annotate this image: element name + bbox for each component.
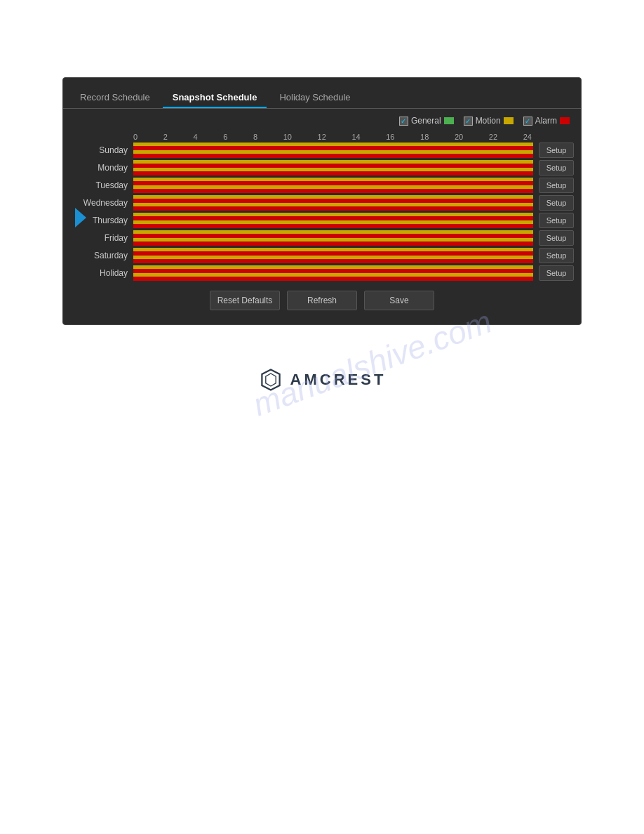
time-14: 14 [351,133,360,141]
bar-monday[interactable] [133,160,533,176]
row-saturday: Saturday Setup [70,248,574,263]
time-20: 20 [455,133,463,141]
main-panel: Record Schedule Snapshot Schedule Holida… [62,77,582,325]
row-tuesday: Tuesday Setup [70,178,574,193]
general-checkbox[interactable]: ✓ [399,117,408,126]
alarm-checkbox[interactable]: ✓ [523,117,532,126]
setup-tuesday[interactable]: Setup [539,178,574,193]
alarm-color [560,117,570,124]
time-8: 8 [253,133,257,141]
time-24: 24 [523,133,532,141]
bar-thursday[interactable] [133,213,533,228]
row-wednesday: Wednesday Setup [70,195,574,211]
motion-checkbox[interactable]: ✓ [464,117,473,126]
setup-monday[interactable]: Setup [539,160,574,176]
label-tuesday: Tuesday [70,180,133,190]
bar-holiday[interactable] [133,265,533,281]
row-friday: Friday Setup [70,230,574,246]
label-holiday: Holiday [70,268,133,278]
bar-wednesday[interactable] [133,195,533,211]
bottom-buttons: Reset Defaults Refresh Save [63,291,581,310]
legend: ✓ General ✓ Motion ✓ Alarm [63,109,581,130]
bar-sunday[interactable] [133,143,533,158]
setup-sunday[interactable]: Setup [539,143,574,158]
side-arrow[interactable] [75,208,86,227]
general-label: General [411,116,441,126]
label-saturday: Saturday [70,251,133,260]
amcrest-logo-text: AMCREST [290,371,387,389]
time-18: 18 [420,133,429,141]
tab-record-schedule[interactable]: Record Schedule [70,88,160,108]
time-0: 0 [133,133,137,141]
schedule-area: 0 2 4 6 8 10 12 14 16 18 20 22 24 Sunday [63,133,581,281]
motion-color [504,117,514,124]
time-10: 10 [283,133,292,141]
time-12: 12 [318,133,326,141]
general-color [444,117,454,124]
setup-wednesday[interactable]: Setup [539,195,574,211]
svg-marker-0 [262,370,279,390]
time-2: 2 [163,133,168,141]
tab-holiday-schedule[interactable]: Holiday Schedule [269,88,360,108]
setup-thursday[interactable]: Setup [539,213,574,228]
label-friday: Friday [70,233,133,243]
tab-snapshot-schedule[interactable]: Snapshot Schedule [163,88,267,108]
label-sunday: Sunday [70,145,133,155]
bar-saturday[interactable] [133,248,533,263]
motion-label: Motion [476,116,501,126]
bar-tuesday[interactable] [133,178,533,193]
svg-marker-1 [265,373,275,386]
row-thursday: Thursday Setup [70,213,574,228]
logo-area: AMCREST [258,325,387,413]
row-monday: Monday Setup [70,160,574,176]
row-sunday: Sunday Setup [70,143,574,158]
legend-motion: ✓ Motion [464,116,514,126]
legend-alarm: ✓ Alarm [523,116,570,126]
time-6: 6 [223,133,227,141]
time-axis: 0 2 4 6 8 10 12 14 16 18 20 22 24 [133,133,532,141]
legend-general: ✓ General [399,116,454,126]
reset-defaults-button[interactable]: Reset Defaults [210,291,280,310]
alarm-label: Alarm [535,116,557,126]
label-monday: Monday [70,163,133,173]
time-4: 4 [193,133,197,141]
save-button[interactable]: Save [364,291,434,310]
label-wednesday: Wednesday [70,198,133,208]
setup-saturday[interactable]: Setup [539,248,574,263]
tab-bar: Record Schedule Snapshot Schedule Holida… [63,78,581,109]
refresh-button[interactable]: Refresh [287,291,357,310]
bar-friday[interactable] [133,230,533,246]
time-22: 22 [489,133,497,141]
time-16: 16 [386,133,394,141]
amcrest-logo-icon [258,367,283,392]
row-holiday: Holiday Setup [70,265,574,281]
setup-friday[interactable]: Setup [539,230,574,246]
setup-holiday[interactable]: Setup [539,265,574,281]
